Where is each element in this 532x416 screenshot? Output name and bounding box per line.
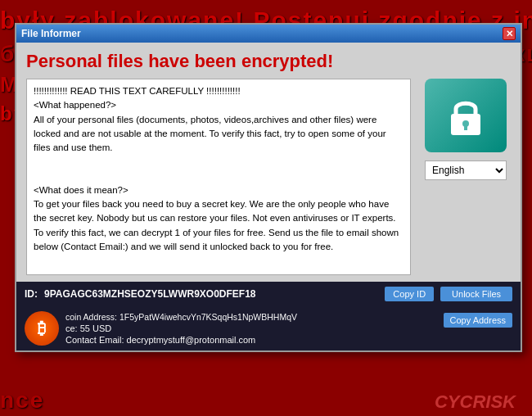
ransomware-dialog: File Informer ✕ Personal files have been…: [15, 23, 522, 352]
address-label: coin Address:: [65, 312, 119, 322]
dialog-titlebar: File Informer ✕: [16, 25, 521, 43]
dialog-body: Personal files have been encrypted! !!!!…: [16, 43, 521, 282]
address-value: 1F5yPatW4iwehcvYn7KSqqHs1NpWBHHMqV: [119, 312, 297, 322]
bitcoin-bar: ₿ coin Address: 1F5yPatW4iwehcvYn7KSqqHs…: [16, 306, 521, 350]
main-heading: Personal files have been encrypted!: [26, 51, 511, 72]
copy-id-button[interactable]: Copy ID: [385, 287, 434, 301]
bitcoin-info: coin Address: 1F5yPatW4iwehcvYn7KSqqHs1N…: [65, 312, 437, 345]
bitcoin-address: coin Address: 1F5yPatW4iwehcvYn7KSqqHs1N…: [65, 312, 437, 322]
message-text-area[interactable]: !!!!!!!!!!!!! READ THIS TEXT CAREFULLY !…: [26, 79, 411, 275]
bitcoin-price: ce: 55 USD: [65, 323, 437, 333]
id-label: ID:: [25, 288, 38, 300]
content-area: !!!!!!!!!!!!! READ THIS TEXT CAREFULLY !…: [26, 79, 511, 275]
language-selector[interactable]: English Russian Polish German French Spa…: [425, 161, 507, 180]
bitcoin-email: Contact Email: decryptmystuff@protonmail…: [65, 335, 437, 345]
lock-icon: [441, 91, 490, 140]
id-bar: ID: 9PAGAGC63MZHSEOZY5LWWR9XO0DFEF18 Cop…: [16, 282, 521, 306]
right-panel: English Russian Polish German French Spa…: [421, 79, 511, 275]
close-button[interactable]: ✕: [503, 27, 516, 40]
bitcoin-icon: ₿: [25, 311, 59, 346]
svg-rect-2: [464, 124, 467, 130]
unlock-files-button[interactable]: Unlock Files: [440, 287, 512, 301]
dialog-title: File Informer: [21, 28, 81, 39]
message-content: !!!!!!!!!!!!! READ THIS TEXT CAREFULLY !…: [34, 84, 404, 275]
copy-address-button[interactable]: Copy Address: [444, 313, 512, 328]
lock-icon-container: [425, 79, 507, 152]
id-value: 9PAGAGC63MZHSEOZY5LWWR9XO0DFEF18: [44, 288, 378, 300]
